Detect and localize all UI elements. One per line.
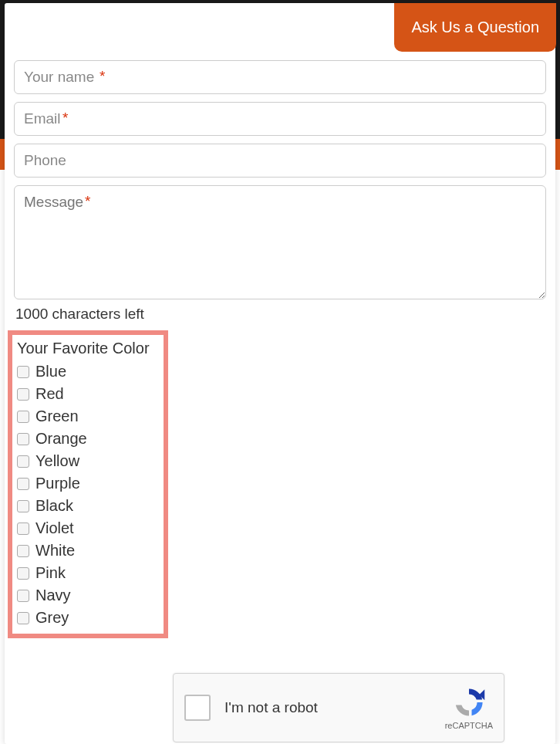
color-checkbox[interactable] (17, 411, 29, 423)
color-label: Red (35, 385, 64, 403)
color-checkbox[interactable] (17, 433, 29, 445)
color-checkbox[interactable] (17, 455, 29, 468)
color-label: White (35, 542, 75, 560)
phone-input[interactable] (14, 144, 546, 178)
color-option: Yellow (15, 450, 150, 472)
color-label: Yellow (35, 452, 79, 470)
color-label: Orange (35, 430, 87, 448)
color-option: Black (15, 495, 150, 517)
color-checkbox[interactable] (17, 388, 29, 401)
color-option: Navy (15, 584, 150, 607)
color-option: Orange (15, 428, 150, 450)
color-checkbox[interactable] (17, 522, 29, 535)
recaptcha-label: I'm not a robot (224, 699, 445, 716)
color-option: White (15, 539, 150, 562)
color-label: Green (35, 408, 79, 425)
color-option: Purple (15, 472, 150, 495)
color-checkbox[interactable] (17, 567, 29, 580)
color-label: Navy (35, 587, 71, 604)
color-option: Green (15, 405, 150, 428)
recaptcha-icon (452, 685, 486, 719)
recaptcha-branding: reCAPTCHA (445, 685, 493, 730)
color-option: Grey (15, 607, 150, 629)
color-checkbox[interactable] (17, 478, 29, 490)
color-checkbox[interactable] (17, 612, 29, 624)
color-label: Purple (35, 475, 80, 492)
favorite-color-title: Your Favorite Color (15, 340, 150, 357)
color-checkbox[interactable] (17, 545, 29, 557)
color-option: Blue (15, 360, 150, 383)
ask-question-button[interactable]: Ask Us a Question (394, 3, 556, 52)
color-option: Red (15, 383, 150, 405)
favorite-color-section: Your Favorite Color BlueRedGreenOrangeYe… (8, 330, 168, 638)
color-option: Pink (15, 562, 150, 584)
color-label: Grey (35, 609, 69, 627)
color-option: Violet (15, 517, 150, 539)
color-checkbox[interactable] (17, 590, 29, 602)
name-input[interactable] (14, 60, 546, 94)
color-checkbox[interactable] (17, 500, 29, 512)
color-label: Violet (35, 519, 74, 537)
color-checkbox[interactable] (17, 366, 29, 378)
message-textarea[interactable] (14, 185, 546, 299)
recaptcha-brand-text: reCAPTCHA (445, 721, 493, 730)
color-label: Black (35, 497, 73, 515)
character-counter: 1000 characters left (14, 306, 546, 323)
recaptcha-widget: I'm not a robot reCAPTCHA (173, 673, 504, 742)
email-input[interactable] (14, 102, 546, 136)
recaptcha-checkbox[interactable] (184, 695, 211, 721)
color-label: Pink (35, 564, 66, 582)
color-label: Blue (35, 363, 66, 380)
contact-form: * * * 1000 characters left Your Favorite… (14, 60, 546, 638)
